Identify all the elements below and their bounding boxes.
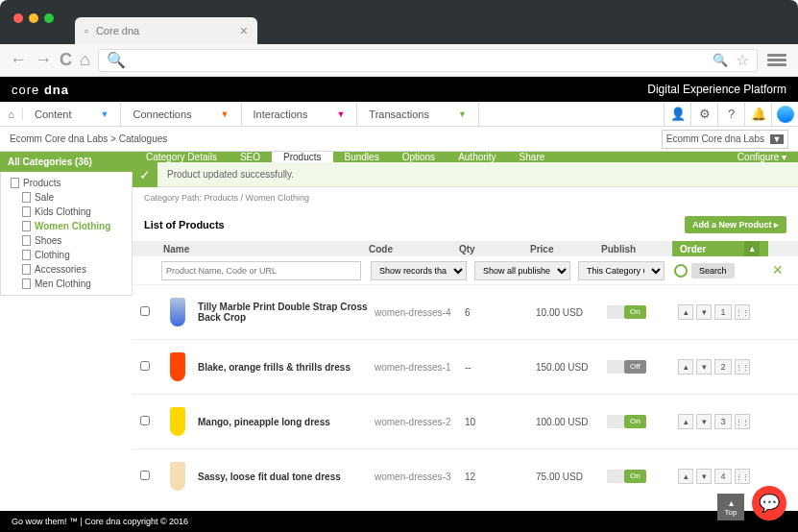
- category-filter[interactable]: This Category Only: [578, 261, 665, 280]
- chat-button[interactable]: 💬: [752, 486, 786, 520]
- home-button[interactable]: ⌂: [80, 50, 90, 70]
- tab-item[interactable]: Options: [391, 152, 447, 162]
- order-down-button[interactable]: ▾: [696, 469, 712, 484]
- back-to-top-button[interactable]: ▴Top: [717, 494, 744, 520]
- tab-item[interactable]: Bundles: [333, 152, 391, 162]
- search-input[interactable]: [161, 261, 361, 280]
- tab-item[interactable]: Share: [508, 152, 557, 162]
- file-icon: ▫: [85, 25, 88, 36]
- row-checkbox[interactable]: [140, 361, 150, 371]
- product-code: women-dresses-2: [375, 417, 465, 427]
- status-filter[interactable]: Show all published statuses: [474, 261, 570, 280]
- menu-content[interactable]: Content▼: [23, 102, 121, 126]
- col-qty[interactable]: Qty: [459, 244, 475, 254]
- order-drag-icon[interactable]: ⋮⋮: [735, 414, 750, 429]
- order-drag-icon[interactable]: ⋮⋮: [735, 469, 750, 484]
- forward-button[interactable]: →: [35, 50, 52, 70]
- order-down-button[interactable]: ▾: [696, 304, 712, 320]
- zoom-icon[interactable]: 🔍: [713, 53, 728, 67]
- col-name[interactable]: Name: [163, 244, 189, 254]
- minimize-window-button[interactable]: [29, 13, 38, 23]
- order-down-button[interactable]: ▾: [696, 359, 712, 375]
- product-name[interactable]: Blake, orange frills & thrills dress: [198, 362, 375, 373]
- chevron-down-icon: ▼: [770, 134, 784, 144]
- add-product-button[interactable]: Add a New Product ▸: [685, 216, 786, 233]
- product-qty: --: [465, 362, 536, 373]
- table-row: Mango, pineapple long dresswomen-dresses…: [133, 394, 798, 448]
- help-icon[interactable]: ?: [717, 102, 744, 126]
- product-name[interactable]: Mango, pineapple long dress: [198, 417, 375, 427]
- sidebar-item[interactable]: Accessories: [1, 262, 132, 277]
- close-window-button[interactable]: [13, 13, 23, 23]
- bell-icon[interactable]: 🔔: [744, 102, 771, 126]
- order-up-button[interactable]: ▴: [678, 359, 693, 375]
- tab-item[interactable]: Authority: [447, 152, 507, 162]
- sort-asc-icon[interactable]: ▴: [744, 241, 760, 256]
- order-up-button[interactable]: ▴: [678, 469, 693, 484]
- publish-badge: On: [624, 415, 646, 428]
- order-up-button[interactable]: ▴: [678, 304, 693, 320]
- search-button[interactable]: Search: [691, 263, 735, 278]
- star-icon[interactable]: ☆: [736, 51, 749, 69]
- sidebar-item[interactable]: Shoes: [1, 233, 132, 248]
- order-drag-icon[interactable]: ⋮⋮: [735, 304, 750, 320]
- menu-icon[interactable]: [765, 51, 788, 70]
- tab-item[interactable]: Products: [272, 152, 332, 162]
- order-down-button[interactable]: ▾: [696, 414, 712, 429]
- avatar[interactable]: [771, 102, 798, 126]
- sidebar-item[interactable]: Products: [1, 176, 132, 190]
- publish-toggle[interactable]: [607, 360, 624, 374]
- doc-icon: [22, 192, 31, 203]
- order-drag-icon[interactable]: ⋮⋮: [735, 359, 750, 375]
- col-publish[interactable]: Publish: [601, 244, 636, 254]
- records-filter[interactable]: Show records that contains: [371, 261, 467, 280]
- product-name[interactable]: Tilly Marble Print Double Strap Cross Ba…: [198, 302, 375, 323]
- reload-button[interactable]: C: [60, 50, 72, 70]
- tab-item[interactable]: SEO: [229, 152, 272, 162]
- sidebar-item[interactable]: Men Clothing: [1, 277, 132, 291]
- gear-icon[interactable]: ⚙: [690, 102, 717, 126]
- publish-toggle[interactable]: [607, 415, 624, 428]
- chevron-down-icon: ▼: [101, 109, 109, 119]
- publish-toggle[interactable]: [607, 305, 624, 319]
- back-button[interactable]: ←: [10, 50, 27, 70]
- alert-text: Product updated successfully.: [167, 169, 294, 180]
- browser-tab[interactable]: ▫ Core dna ×: [75, 17, 257, 44]
- site-selector[interactable]: Ecomm Core dna Labs ▼: [662, 130, 788, 149]
- row-checkbox[interactable]: [140, 306, 150, 316]
- browser-chrome: ▫ Core dna ×: [0, 0, 798, 44]
- sidebar-item[interactable]: Women Clothing: [1, 219, 132, 233]
- sidebar-item[interactable]: Kids Clothing: [1, 205, 132, 219]
- sidebar-item[interactable]: Sale: [1, 190, 132, 205]
- order-value: 4: [714, 469, 732, 484]
- filter-row: Show records that contains Show all publ…: [133, 256, 798, 284]
- clear-filters-icon[interactable]: ×: [764, 260, 790, 280]
- menu-transactions[interactable]: Transactions▼: [357, 102, 478, 126]
- product-name[interactable]: Sassy, loose fit dual tone dress: [198, 472, 375, 482]
- col-price[interactable]: Price: [530, 244, 553, 254]
- maximize-window-button[interactable]: [44, 13, 54, 23]
- product-price: 10.00 USD: [536, 307, 607, 318]
- col-code[interactable]: Code: [369, 244, 393, 254]
- user-icon[interactable]: 👤: [664, 102, 690, 126]
- col-order[interactable]: Order▴: [672, 241, 768, 256]
- menu-interactions[interactable]: Interactions▼: [242, 102, 358, 126]
- row-checkbox[interactable]: [140, 471, 150, 480]
- menu-connections[interactable]: Connections▼: [121, 102, 241, 126]
- order-up-button[interactable]: ▴: [678, 414, 693, 429]
- configure-button[interactable]: Configure ▾: [728, 152, 796, 162]
- menu-home-icon[interactable]: ⌂: [0, 109, 23, 120]
- close-tab-icon[interactable]: ×: [240, 23, 248, 38]
- product-thumb: [165, 293, 190, 331]
- breadcrumb-row: Ecomm Core dna Labs > Catalogues Ecomm C…: [0, 127, 798, 152]
- main-panel: Category DetailsSEOProductsBundlesOption…: [133, 152, 798, 526]
- sidebar-item[interactable]: Clothing: [1, 248, 132, 262]
- url-bar[interactable]: 🔍 🔍 ☆: [98, 49, 758, 72]
- table-row: Tilly Marble Print Double Strap Cross Ba…: [133, 284, 798, 339]
- tab-item[interactable]: Category Details: [134, 152, 229, 162]
- success-alert: ✓ Product updated successfully.: [133, 162, 798, 187]
- row-checkbox[interactable]: [140, 416, 150, 425]
- publish-toggle[interactable]: [607, 470, 624, 483]
- chevron-down-icon: ▼: [221, 109, 230, 119]
- product-price: 100.00 USD: [536, 417, 607, 427]
